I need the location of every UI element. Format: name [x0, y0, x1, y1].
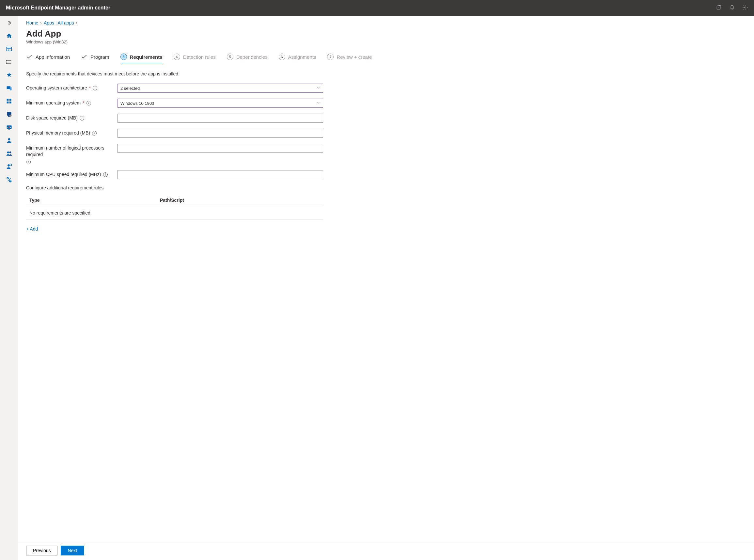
col-type: Type	[29, 198, 160, 203]
previous-button[interactable]: Previous	[26, 546, 58, 556]
info-icon[interactable]: i	[80, 116, 84, 120]
memory-input[interactable]	[118, 129, 323, 138]
troubleshoot-icon[interactable]	[3, 175, 16, 184]
svg-point-26	[7, 164, 10, 166]
endpoint-security-icon[interactable]	[3, 110, 16, 119]
add-requirement-link[interactable]: + Add	[26, 226, 38, 232]
dashboard-icon[interactable]	[3, 44, 16, 54]
info-icon[interactable]: i	[26, 160, 31, 164]
home-icon[interactable]	[3, 31, 16, 40]
min-os-label: Minimum operating system * i	[26, 99, 118, 106]
select-value: 2 selected	[120, 86, 140, 91]
svg-rect-14	[9, 99, 11, 101]
svg-point-17	[9, 115, 12, 117]
tab-label: Dependencies	[236, 54, 268, 60]
svg-point-27	[10, 164, 12, 166]
reports-icon[interactable]	[3, 123, 16, 132]
svg-rect-13	[6, 99, 8, 101]
chevron-right-icon: ›	[40, 20, 42, 25]
tab-label: App information	[36, 54, 70, 60]
tab-dependencies[interactable]: 5 Dependencies	[227, 54, 268, 63]
svg-rect-20	[8, 126, 9, 128]
tab-assignments[interactable]: 6 Assignments	[279, 54, 316, 63]
main-content: Home › Apps | All apps › Add App Windows…	[18, 16, 754, 560]
settings-icon[interactable]	[742, 4, 748, 12]
breadcrumb-apps[interactable]: Apps | All apps	[44, 20, 74, 25]
all-services-icon[interactable]	[3, 58, 16, 67]
svg-point-8	[6, 60, 6, 61]
tab-label: Program	[90, 54, 109, 60]
tab-app-information[interactable]: App information	[26, 54, 70, 63]
rules-title: Configure additional requirement rules	[26, 185, 746, 191]
wizard-footer: Previous Next	[18, 541, 754, 560]
apps-icon[interactable]	[3, 97, 16, 106]
tab-requirements[interactable]: 3 Requirements	[120, 54, 163, 63]
svg-rect-21	[10, 127, 11, 128]
breadcrumb-home[interactable]: Home	[26, 20, 38, 25]
tab-program[interactable]: Program	[81, 54, 109, 63]
check-icon	[26, 54, 33, 60]
page-title: Add App	[26, 29, 746, 39]
memory-label: Physical memory required (MB) i	[26, 129, 118, 137]
cloud-shell-icon[interactable]	[716, 4, 722, 12]
topbar-icons	[716, 4, 748, 12]
form-description: Specify the requirements that devices mu…	[26, 71, 746, 76]
wizard-tabs: App information Program 3 Requirements 4…	[26, 54, 746, 63]
svg-point-25	[9, 152, 11, 154]
info-icon[interactable]: i	[86, 101, 91, 105]
tab-detection-rules[interactable]: 4 Detection rules	[174, 54, 216, 63]
info-icon[interactable]: i	[92, 131, 97, 136]
rules-header: Type Path/Script	[26, 198, 323, 206]
required-marker: *	[83, 100, 84, 106]
required-marker: *	[89, 85, 91, 92]
svg-point-1	[745, 6, 746, 8]
tab-label: Detection rules	[183, 54, 216, 60]
groups-icon[interactable]	[3, 149, 16, 158]
os-arch-label: Operating system architecture * i	[26, 84, 118, 92]
svg-rect-12	[9, 87, 12, 91]
chevron-down-icon	[316, 101, 320, 106]
col-path: Path/Script	[160, 198, 184, 203]
check-icon	[81, 54, 87, 60]
svg-rect-0	[717, 5, 720, 9]
svg-point-24	[7, 152, 9, 154]
users-icon[interactable]	[3, 136, 16, 145]
rules-table: Type Path/Script No requirements are spe…	[26, 198, 323, 220]
favorites-icon[interactable]	[3, 71, 16, 80]
tab-label: Assignments	[288, 54, 316, 60]
cpu-count-input[interactable]	[118, 144, 323, 153]
svg-point-23	[8, 138, 10, 140]
next-button[interactable]: Next	[61, 546, 84, 556]
tab-review-create[interactable]: 7 Review + create	[327, 54, 372, 63]
expand-nav-icon[interactable]	[3, 18, 16, 27]
app-title: Microsoft Endpoint Manager admin center	[6, 5, 110, 11]
step-number: 3	[120, 54, 127, 60]
step-number: 7	[327, 54, 333, 60]
left-nav-rail	[0, 16, 18, 560]
info-icon[interactable]: i	[93, 86, 97, 91]
svg-rect-16	[9, 102, 11, 103]
svg-point-9	[6, 62, 6, 62]
disk-space-label: Disk space required (MB) i	[26, 114, 118, 121]
svg-rect-19	[7, 127, 8, 128]
step-number: 4	[174, 54, 180, 60]
cpu-speed-input[interactable]	[118, 170, 323, 179]
os-arch-select[interactable]: 2 selected	[118, 84, 323, 93]
select-value: Windows 10 1903	[120, 101, 154, 106]
cpu-count-label: Minimum number of logical processors req…	[26, 144, 118, 164]
svg-rect-15	[6, 102, 8, 103]
chevron-down-icon	[316, 86, 320, 91]
min-os-select[interactable]: Windows 10 1903	[118, 99, 323, 108]
tab-label: Review + create	[337, 54, 372, 60]
info-icon[interactable]: i	[103, 173, 108, 177]
step-number: 5	[227, 54, 233, 60]
page-subtitle: Windows app (Win32)	[26, 40, 746, 44]
breadcrumb: Home › Apps | All apps ›	[26, 20, 746, 25]
notifications-icon[interactable]	[729, 4, 735, 12]
chevron-right-icon: ›	[76, 20, 77, 25]
devices-icon[interactable]	[3, 84, 16, 93]
step-number: 6	[279, 54, 285, 60]
disk-space-input[interactable]	[118, 114, 323, 123]
tenant-admin-icon[interactable]	[3, 162, 16, 171]
svg-point-10	[6, 63, 6, 64]
